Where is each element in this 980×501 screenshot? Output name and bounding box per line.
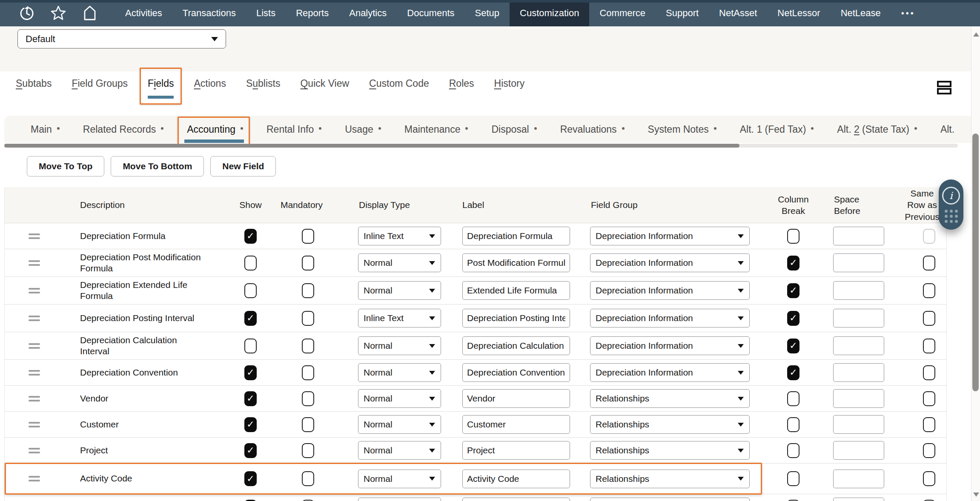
subtab-system-notes[interactable]: System Notes xyxy=(648,116,716,143)
nav-item-documents[interactable]: Documents xyxy=(397,0,464,26)
field-group-select[interactable]: Relationships xyxy=(590,470,750,488)
drag-handle[interactable] xyxy=(28,341,41,351)
show-checkbox[interactable] xyxy=(244,365,257,380)
drag-handle[interactable] xyxy=(28,313,41,324)
grid-dots-icon[interactable] xyxy=(945,210,958,223)
panel-toggle-icon[interactable] xyxy=(936,79,953,96)
display-type-select[interactable]: Normal xyxy=(358,336,441,355)
space-before-input[interactable] xyxy=(833,389,884,408)
space-before-input[interactable] xyxy=(833,441,884,460)
column-break-checkbox[interactable] xyxy=(787,339,799,353)
nav-item-netlessor[interactable]: NetLessor xyxy=(767,0,830,26)
label-input[interactable] xyxy=(462,441,570,460)
mandatory-checkbox[interactable] xyxy=(302,256,314,270)
field-group-select[interactable]: Depreciation Information xyxy=(590,281,750,300)
nav-item-transactions[interactable]: Transactions xyxy=(172,0,246,26)
field-group-select[interactable]: Depreciation Information xyxy=(590,227,750,245)
label-input[interactable] xyxy=(462,227,570,245)
show-checkbox[interactable] xyxy=(244,391,257,406)
field-group-select[interactable]: Depreciation Information xyxy=(590,363,750,382)
move-to-top-button[interactable]: Move To Top xyxy=(27,156,104,176)
drag-handle[interactable] xyxy=(28,445,41,456)
show-checkbox[interactable] xyxy=(244,256,257,270)
subtab-disposal[interactable]: Disposal xyxy=(491,116,536,143)
history-icon[interactable] xyxy=(19,5,35,21)
vertical-scrollbar-thumb[interactable] xyxy=(972,134,979,391)
display-type-select[interactable]: Normal xyxy=(358,441,441,460)
drag-handle[interactable] xyxy=(28,473,41,484)
same-row-checkbox[interactable] xyxy=(923,229,935,244)
space-before-input[interactable] xyxy=(833,227,884,245)
nav-item-analytics[interactable]: Analytics xyxy=(339,0,397,26)
nav-item-customization[interactable]: Customization xyxy=(510,0,589,26)
subtab-maintenance[interactable]: Maintenance xyxy=(404,116,468,143)
display-type-select[interactable]: Inline Text xyxy=(358,227,441,245)
mandatory-checkbox[interactable] xyxy=(302,365,314,380)
same-row-checkbox[interactable] xyxy=(923,339,935,353)
nav-item-commerce[interactable]: Commerce xyxy=(589,0,656,26)
nav-item-support[interactable]: Support xyxy=(656,0,709,26)
label-input[interactable] xyxy=(462,253,570,272)
field-group-select[interactable]: Relationships xyxy=(590,415,750,434)
scroll-up-arrow-icon[interactable] xyxy=(973,32,979,37)
tab-actions[interactable]: Actions xyxy=(194,78,226,89)
subtab-main[interactable]: Main xyxy=(31,116,60,143)
display-type-select[interactable]: Normal xyxy=(358,389,441,408)
show-checkbox[interactable] xyxy=(244,443,257,458)
space-before-input[interactable] xyxy=(833,281,884,300)
display-type-select[interactable]: Inline Text xyxy=(358,309,441,327)
space-before-input[interactable] xyxy=(833,253,884,272)
same-row-checkbox[interactable] xyxy=(923,443,935,458)
tab-fields[interactable]: Fields xyxy=(148,78,174,99)
field-group-select[interactable]: Depreciation Information xyxy=(590,253,750,272)
drag-handle[interactable] xyxy=(28,393,41,404)
subtab-revaluations[interactable]: Revaluations xyxy=(560,116,625,143)
mandatory-checkbox[interactable] xyxy=(302,500,314,501)
home-icon[interactable] xyxy=(82,5,98,21)
drag-handle[interactable] xyxy=(28,285,41,296)
field-group-select[interactable]: Depreciation Information xyxy=(590,309,750,327)
display-type-select[interactable]: Normal xyxy=(358,415,441,434)
subtab-alt-2-state-tax[interactable]: Alt. 2 (State Tax) xyxy=(837,116,917,143)
show-checkbox[interactable] xyxy=(244,417,257,432)
tab-subtabs[interactable]: Subtabs xyxy=(16,78,52,89)
display-type-select[interactable]: Normal xyxy=(358,281,441,300)
column-break-checkbox[interactable] xyxy=(787,500,799,501)
mandatory-checkbox[interactable] xyxy=(302,417,314,432)
mandatory-checkbox[interactable] xyxy=(302,283,314,298)
same-row-checkbox[interactable] xyxy=(923,365,935,380)
subtab-alt[interactable]: Alt. xyxy=(940,116,954,143)
column-break-checkbox[interactable] xyxy=(787,417,799,432)
tab-quick-view[interactable]: Quick View xyxy=(300,78,349,89)
space-before-input[interactable] xyxy=(833,336,884,355)
label-input[interactable] xyxy=(462,309,570,327)
column-break-checkbox[interactable] xyxy=(787,391,799,406)
mandatory-checkbox[interactable] xyxy=(302,443,314,458)
show-checkbox[interactable] xyxy=(244,471,257,486)
nav-item-netlease[interactable]: NetLease xyxy=(831,0,891,26)
column-break-checkbox[interactable] xyxy=(787,311,799,326)
nav-item-setup[interactable]: Setup xyxy=(465,0,510,26)
nav-item-lists[interactable]: Lists xyxy=(246,0,286,26)
subtab-rental-info[interactable]: Rental Info xyxy=(266,116,321,143)
show-checkbox[interactable] xyxy=(244,229,257,244)
show-checkbox[interactable] xyxy=(244,500,257,501)
display-type-select[interactable]: Normal xyxy=(358,498,441,501)
label-input[interactable] xyxy=(462,470,570,488)
field-group-select[interactable]: Relationships xyxy=(590,498,750,501)
column-break-checkbox[interactable] xyxy=(787,256,799,270)
subtab-related-records[interactable]: Related Records xyxy=(83,116,163,143)
nav-item-reports[interactable]: Reports xyxy=(286,0,339,26)
nav-overflow-button[interactable]: ••• xyxy=(891,0,926,26)
mandatory-checkbox[interactable] xyxy=(302,471,314,486)
nav-item-netasset[interactable]: NetAsset xyxy=(709,0,767,26)
space-before-input[interactable] xyxy=(833,309,884,327)
label-input[interactable] xyxy=(462,498,570,501)
column-break-checkbox[interactable] xyxy=(787,443,799,458)
space-before-input[interactable] xyxy=(833,415,884,434)
display-type-select[interactable]: Normal xyxy=(358,253,441,272)
nav-item-activities[interactable]: Activities xyxy=(115,0,172,26)
info-icon[interactable]: i xyxy=(942,187,960,205)
star-icon[interactable] xyxy=(50,5,66,21)
drag-handle[interactable] xyxy=(28,419,41,430)
